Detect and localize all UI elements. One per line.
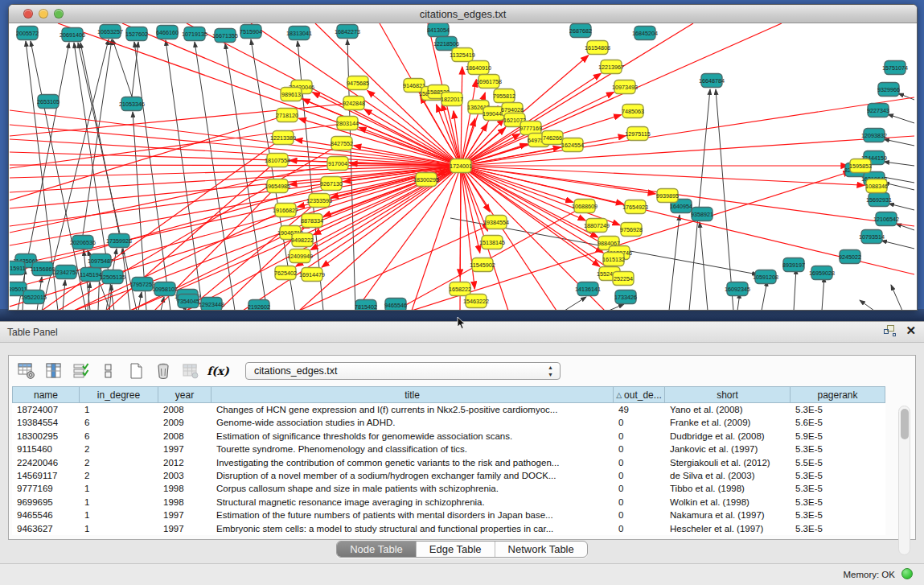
create-column-icon[interactable] <box>126 361 146 381</box>
cell-name[interactable]: 9463627 <box>12 522 80 535</box>
node[interactable]: 16092345 <box>725 282 750 296</box>
table-row[interactable]: 946554611997Estimation of the future num… <box>12 509 885 521</box>
cell-name[interactable]: 9465546 <box>12 509 80 521</box>
node[interactable]: 1527602 <box>125 27 148 41</box>
node[interactable]: 7515904 <box>240 25 262 39</box>
cell-pagerank[interactable]: 5.3E-5 <box>791 509 885 521</box>
node[interactable]: 17359928 <box>106 234 132 248</box>
cell-short[interactable]: Tibbo et al. (1998) <box>665 482 791 495</box>
selected-node[interactable]: 2718120 <box>276 109 298 122</box>
column-header-year[interactable]: year <box>158 386 211 403</box>
node[interactable]: 3915911 <box>10 262 26 275</box>
node[interactable]: 2192602 <box>248 300 270 311</box>
selected-node[interactable]: 12353593 <box>306 194 332 208</box>
node[interactable]: 10591208 <box>753 270 778 284</box>
cell-name[interactable]: 14569117 <box>12 469 80 482</box>
table-row[interactable]: 1872400712008Changes of HCN gene express… <box>12 403 885 416</box>
node[interactable]: 19522015 <box>21 290 47 304</box>
network-canvas[interactable]: 2005572206914061065325715276026466160107… <box>10 23 916 310</box>
selected-node[interactable]: 7485063 <box>622 105 644 118</box>
node[interactable]: 6466160 <box>156 26 179 39</box>
cell-title[interactable]: Estimation of significance thresholds fo… <box>211 430 614 443</box>
cell-title[interactable]: Estimation of the future numbers of pati… <box>211 509 614 521</box>
cell-short[interactable]: Nakamura et al. (1997) <box>665 509 791 521</box>
node[interactable]: 20206536 <box>70 236 96 249</box>
cell-short[interactable]: Wolkin et al. (1998) <box>665 496 791 509</box>
selected-node[interactable]: 9756928 <box>620 223 643 237</box>
cell-pagerank[interactable]: 5.6E-5 <box>791 416 885 429</box>
node[interactable]: 2005572 <box>16 27 39 40</box>
selected-node[interactable]: 12975115 <box>625 127 650 141</box>
cell-title[interactable]: Corpus callosum shape and size in male p… <box>211 482 614 495</box>
node[interactable]: 9227343 <box>867 104 889 117</box>
node[interactable]: 15692931 <box>866 193 892 207</box>
selected-node[interactable]: 917004 <box>327 157 348 171</box>
selected-node[interactable]: 2803144 <box>336 117 359 130</box>
selected-node[interactable]: 15138145 <box>479 236 505 249</box>
table-row[interactable]: 946362711997Embryonic stem cells: a mode… <box>12 522 885 535</box>
node[interactable]: 8413054 <box>427 23 450 37</box>
cell-pagerank[interactable]: 5.9E-5 <box>791 430 885 443</box>
selected-node[interactable]: 17654923 <box>622 200 648 214</box>
selected-node[interactable]: 12213389 <box>270 131 296 145</box>
selected-node[interactable]: 1595853 <box>849 159 872 173</box>
cell-year[interactable]: 1998 <box>158 496 211 509</box>
node[interactable]: 15751074 <box>882 61 908 75</box>
selected-node[interactable]: 7955812 <box>493 89 515 103</box>
node[interactable]: 10719135 <box>182 27 207 41</box>
node[interactable]: 16959028 <box>809 266 835 280</box>
selected-node[interactable]: 1088346 <box>865 179 888 193</box>
selected-node[interactable]: 9267130 <box>320 177 343 191</box>
node[interactable]: 9245022 <box>839 250 861 264</box>
cell-title[interactable]: Genome-wide association studies in ADHD. <box>211 416 614 429</box>
cell-title[interactable]: Investigating the contribution of common… <box>211 456 614 469</box>
cell-in_degree[interactable]: 2 <box>80 443 158 455</box>
cell-title[interactable]: Structural magnetic resonance image aver… <box>211 496 614 509</box>
cell-out_de[interactable]: 0 <box>614 496 665 509</box>
node[interactable]: 9329966 <box>877 83 900 97</box>
table-row[interactable]: 1830029562008Estimation of significance … <box>12 430 885 443</box>
cell-short[interactable]: Franke et al. (2009) <box>665 416 791 429</box>
selected-node[interactable]: 16914479 <box>299 268 325 282</box>
cell-name[interactable]: 9699695 <box>12 496 80 509</box>
selected-node[interactable]: 8878334 <box>301 214 323 228</box>
node[interactable]: 16671355 <box>212 29 238 43</box>
tab-network-table[interactable]: Network Table <box>495 542 587 557</box>
selected-node[interactable]: 1658222 <box>449 282 471 296</box>
table-row[interactable]: 969969511998Structural magnetic resonanc… <box>12 496 885 509</box>
cell-year[interactable]: 2008 <box>158 403 211 416</box>
cell-short[interactable]: Yano et al. (2008) <box>665 403 791 416</box>
node[interactable]: 1733426 <box>614 290 637 304</box>
selected-node[interactable]: 746266 <box>542 131 563 145</box>
table-settings-icon[interactable] <box>17 361 36 381</box>
node[interactable]: 11156869 <box>31 262 55 276</box>
column-header-pagerank[interactable]: pagerank <box>791 386 885 403</box>
selected-node[interactable]: 9475685 <box>347 76 369 90</box>
cell-short[interactable]: Stergiakouli et al. (2012) <box>665 456 791 469</box>
cell-in_degree[interactable]: 1 <box>80 522 158 535</box>
table-scrollbar[interactable] <box>898 406 910 555</box>
column-header-out_de[interactable]: △out_de... <box>614 386 665 403</box>
node[interactable]: 12106542 <box>873 212 899 226</box>
cell-name[interactable]: 22420046 <box>12 456 80 469</box>
node[interactable]: 9465546 <box>384 299 407 311</box>
cell-out_de[interactable]: 0 <box>614 416 665 429</box>
table-row[interactable]: 977716911998Corpus callosum shape and si… <box>12 482 885 495</box>
cell-in_degree[interactable]: 1 <box>80 496 158 509</box>
cell-pagerank[interactable]: 5.3E-5 <box>791 443 885 455</box>
cell-pagerank[interactable]: 5.3E-5 <box>791 522 885 535</box>
cell-pagerank[interactable]: 5.3E-5 <box>791 469 885 482</box>
cell-year[interactable]: 2009 <box>158 416 211 429</box>
cell-out_de[interactable]: 0 <box>614 430 665 443</box>
node[interactable]: 7815402 <box>355 300 377 311</box>
cell-title[interactable]: Changes of HCN gene expression and I(f) … <box>211 403 614 416</box>
cell-year[interactable]: 1997 <box>158 443 211 455</box>
cell-in_degree[interactable]: 1 <box>80 509 158 521</box>
column-header-name[interactable]: name <box>12 386 80 403</box>
node[interactable]: 16648784 <box>699 74 725 88</box>
cell-title[interactable]: Embryonic stem cells: a model to study s… <box>211 522 614 535</box>
cell-out_de[interactable]: 0 <box>614 469 665 482</box>
cell-in_degree[interactable]: 1 <box>80 403 158 416</box>
selected-node[interactable]: 10973493 <box>612 80 638 94</box>
node[interactable]: 10793514 <box>859 230 885 244</box>
